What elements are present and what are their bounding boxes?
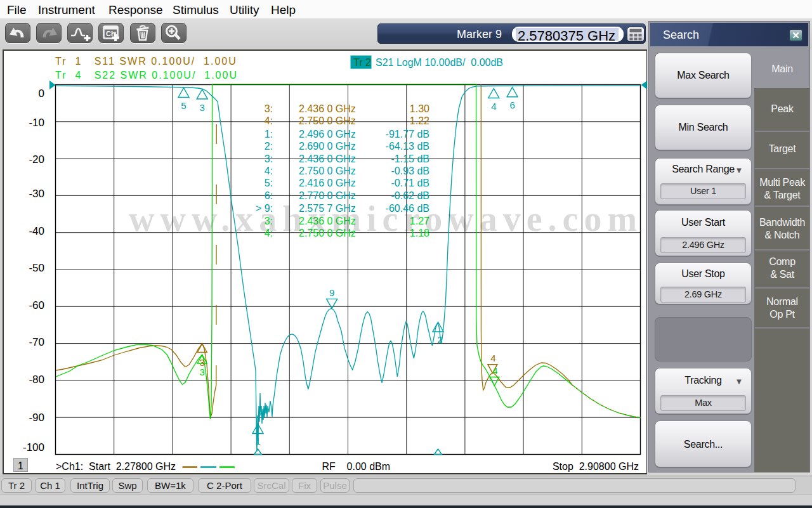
svg-text:2.416 0 GHz: 2.416 0 GHz	[299, 178, 356, 188]
svg-text:4: 4	[491, 101, 496, 112]
svg-text:4: 4	[492, 365, 497, 376]
svg-text:2.750 0 GHz: 2.750 0 GHz	[299, 115, 356, 126]
svg-text:3:: 3:	[265, 153, 273, 164]
svg-text:1: 1	[255, 436, 260, 446]
svg-text:-60: -60	[29, 299, 44, 311]
svg-text:-20: -20	[29, 153, 44, 166]
svg-text:Tr 1 S11 SWR 0.100U/ 1.00U: Tr 1 S11 SWR 0.100U/ 1.00U	[55, 56, 237, 67]
svg-text:0: 0	[39, 88, 44, 100]
svg-text:2.436 0 GHz: 2.436 0 GHz	[299, 103, 356, 114]
svg-text:Tr 4 S22 SWR 0.100U/ 1.00U: Tr 4 S22 SWR 0.100U/ 1.00U	[55, 70, 238, 81]
svg-text:Tr 2: Tr 2	[353, 57, 371, 68]
svg-text:-50: -50	[29, 262, 44, 274]
svg-text:-0.71 dB: -0.71 dB	[391, 178, 429, 188]
svg-text:-1.15 dB: -1.15 dB	[391, 153, 429, 164]
svg-text:Stop 2.90800 GHz: Stop 2.90800 GHz	[553, 461, 639, 472]
svg-text:-70: -70	[29, 336, 44, 348]
svg-text:-100: -100	[23, 441, 44, 453]
svg-text:3: 3	[200, 102, 205, 113]
svg-text:-80: -80	[29, 374, 44, 386]
svg-text:1.30: 1.30	[410, 103, 429, 114]
svg-text:4:: 4:	[265, 115, 273, 126]
svg-text:6: 6	[509, 100, 514, 110]
svg-text:2: 2	[437, 334, 442, 345]
svg-text:2.436 0 GHz: 2.436 0 GHz	[299, 153, 356, 164]
svg-text:RF 0.00 dBm: RF 0.00 dBm	[322, 461, 391, 472]
svg-text:5: 5	[181, 100, 186, 111]
svg-text:-90: -90	[29, 412, 44, 424]
svg-text:-30: -30	[29, 188, 44, 200]
svg-text:9: 9	[329, 287, 334, 298]
svg-text:>Ch1: Start 2.27800 GHz: >Ch1: Start 2.27800 GHz	[56, 461, 176, 472]
svg-text:2.750 0 GHz: 2.750 0 GHz	[299, 166, 356, 176]
svg-text:1: 1	[18, 460, 23, 471]
svg-text:2.496 0 GHz: 2.496 0 GHz	[299, 129, 356, 140]
svg-text:-10: -10	[29, 117, 44, 129]
svg-text:-40: -40	[29, 225, 44, 237]
svg-text:-91.77 dB: -91.77 dB	[386, 129, 429, 140]
svg-text:2:: 2:	[265, 141, 273, 152]
svg-text:-64.13 dB: -64.13 dB	[386, 141, 429, 152]
svg-text:4: 4	[490, 353, 495, 363]
svg-text:2.690 0 GHz: 2.690 0 GHz	[299, 141, 356, 152]
svg-text:3: 3	[200, 367, 205, 377]
svg-text:S21 LogM 10.00dB/ 0.00dB: S21 LogM 10.00dB/ 0.00dB	[376, 57, 503, 68]
svg-text:5:: 5:	[265, 178, 273, 188]
svg-text:1:: 1:	[265, 129, 273, 140]
svg-text:-0.93 dB: -0.93 dB	[391, 166, 429, 176]
svg-text:4:: 4:	[265, 166, 273, 176]
svg-text:1.22: 1.22	[410, 115, 429, 126]
svg-text:3:: 3:	[265, 103, 273, 114]
